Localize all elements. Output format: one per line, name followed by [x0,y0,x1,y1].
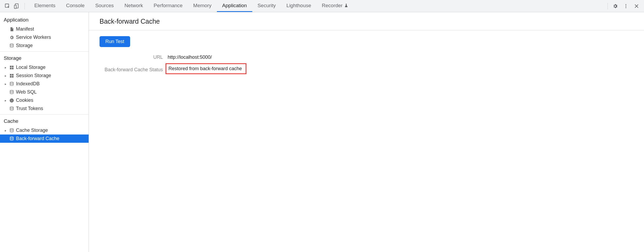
tab-label: Performance [154,3,183,9]
database-icon [9,106,14,111]
svg-point-15 [10,82,13,83]
expand-arrow-icon[interactable]: ▸ [4,129,7,132]
svg-rect-8 [12,66,14,67]
svg-point-6 [10,44,13,45]
sidebar-item-label: Web SQL [16,89,37,95]
tab-label: Security [258,3,276,9]
grid-icon [9,65,14,70]
tab-label: Sources [95,3,114,9]
sidebar-item-label: Service Workers [16,35,51,40]
tab-label: Network [125,3,143,9]
sidebar-section-cache: Cache ▸ Cache Storage ▸ Back-forward Cac… [0,116,89,144]
devtools-topbar: Elements Console Sources Network Perform… [0,0,644,12]
device-toggle-icon[interactable] [13,3,20,9]
topbar-right-tools [610,3,642,9]
tab-security[interactable]: Security [252,0,281,12]
database-icon [9,90,14,95]
svg-rect-2 [14,5,16,9]
sidebar-item-label: Session Storage [16,73,51,78]
svg-rect-12 [12,74,14,75]
tab-console[interactable]: Console [61,0,90,12]
sidebar-item-label: IndexedDB [16,81,40,87]
sidebar-section-application: Application ▸ Manifest ▸ Service Workers… [0,15,89,52]
info-row-url: URL http://localhost:5000/ [96,54,633,60]
tab-label: Recorder [322,3,342,9]
svg-point-4 [625,6,626,6]
svg-point-22 [10,107,13,108]
sidebar-item-label: Trust Tokens [16,106,43,111]
svg-point-18 [11,99,11,100]
svg-point-21 [12,101,13,102]
svg-point-16 [10,90,13,91]
run-test-button[interactable]: Run Test [100,36,130,47]
sidebar-item-back-forward-cache[interactable]: ▸ Back-forward Cache [0,135,89,143]
tab-recorder[interactable]: Recorder [316,0,354,12]
tab-application[interactable]: Application [217,0,252,12]
svg-rect-7 [10,66,11,67]
file-icon [9,27,14,32]
devtools-tabs: Elements Console Sources Network Perform… [29,0,605,12]
sidebar-item-trust-tokens[interactable]: ▸ Trust Tokens [0,104,89,113]
expand-arrow-icon[interactable]: ▸ [4,99,7,102]
sidebar-item-websql[interactable]: ▸ Web SQL [0,88,89,96]
sidebar-item-session-storage[interactable]: ▸ Session Storage [0,72,89,80]
svg-point-3 [625,4,626,5]
content-body: Run Test URL http://localhost:5000/ Back… [89,30,644,87]
info-value: Restored from back-forward cache [168,66,242,71]
sidebar-item-label: Back-forward Cache [16,136,59,141]
database-icon [9,43,14,48]
more-icon[interactable] [623,3,629,9]
sidebar-item-label: Manifest [16,26,34,32]
svg-rect-9 [10,68,11,69]
sidebar-item-manifest[interactable]: ▸ Manifest [0,25,89,33]
tab-label: Memory [193,3,212,9]
section-title: Storage [0,53,89,63]
content-pane: Back-forward Cache Run Test URL http://l… [89,12,644,252]
gear-icon [9,35,14,40]
tab-label: Lighthouse [286,3,311,9]
content-header: Back-forward Cache [89,12,644,30]
main-layout: Application ▸ Manifest ▸ Service Workers… [0,12,644,252]
sidebar-item-local-storage[interactable]: ▸ Local Storage [0,63,89,72]
svg-rect-14 [12,76,14,77]
info-label: Back-forward Cache Status [96,67,168,73]
sidebar-item-cache-storage[interactable]: ▸ Cache Storage [0,126,89,135]
divider [24,3,25,9]
flask-icon [344,3,348,8]
sidebar-item-service-workers[interactable]: ▸ Service Workers [0,33,89,41]
topbar-left-tools [2,3,29,9]
database-icon [9,81,14,87]
tab-lighthouse[interactable]: Lighthouse [281,0,316,12]
sidebar-item-indexeddb[interactable]: ▸ IndexedDB [0,80,89,88]
svg-point-5 [625,7,626,8]
expand-arrow-icon[interactable]: ▸ [4,66,7,69]
tab-label: Application [222,3,247,9]
highlight-annotation: Restored from back-forward cache [166,63,246,74]
tab-network[interactable]: Network [119,0,148,12]
svg-point-20 [11,101,11,101]
section-title: Application [0,15,89,25]
sidebar-item-label: Cache Storage [16,128,48,133]
sidebar-item-label: Storage [16,43,33,48]
expand-arrow-icon[interactable]: ▸ [4,74,7,78]
section-title: Cache [0,116,89,126]
info-label: URL [96,54,168,60]
sidebar-item-label: Cookies [16,98,33,103]
tab-elements[interactable]: Elements [29,0,61,12]
svg-point-24 [10,137,13,138]
sidebar-item-cookies[interactable]: ▸ Cookies [0,96,89,104]
application-sidebar: Application ▸ Manifest ▸ Service Workers… [0,12,89,252]
svg-point-17 [10,98,14,102]
svg-rect-10 [12,68,14,69]
tab-performance[interactable]: Performance [148,0,188,12]
close-icon[interactable] [633,3,640,9]
tab-sources[interactable]: Sources [90,0,119,12]
settings-icon[interactable] [612,3,618,9]
tab-memory[interactable]: Memory [188,0,217,12]
expand-arrow-icon[interactable]: ▸ [4,82,7,86]
divider [608,3,608,9]
sidebar-item-storage[interactable]: ▸ Storage [0,41,89,50]
inspect-icon[interactable] [4,3,11,9]
grid-icon [9,73,14,78]
page-title: Back-forward Cache [100,18,633,25]
